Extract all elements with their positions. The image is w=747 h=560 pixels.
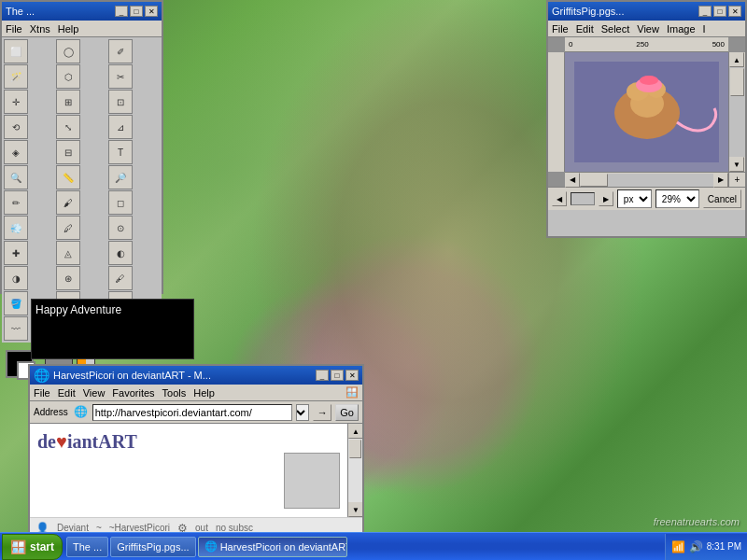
gimp-vscrollbar[interactable]: ▲ ▼ — [728, 52, 745, 172]
gimp-tool-curves[interactable]: 〰 — [4, 316, 28, 341]
ie-scroll-thumb[interactable] — [349, 440, 361, 458]
gimp-hscrollbar[interactable]: ◀ ▶ — [565, 172, 728, 187]
gimp-tool-rotate[interactable]: ⟲ — [4, 115, 28, 139]
gimp-canvas-area: 0 250 500 — [548, 37, 745, 187]
gimp-tool-select-rect[interactable]: ⬜ — [4, 39, 28, 63]
ruler-250: 250 — [636, 40, 648, 49]
svg-point-7 — [640, 76, 658, 85]
gimp-tool-eraser[interactable]: ◻ — [108, 190, 133, 215]
gimp-help-menu[interactable]: Help — [58, 23, 79, 35]
happy-adventure-text: Happy Adventure — [35, 303, 121, 316]
taskbar-gimp-label: The ... — [73, 541, 102, 553]
ie-help-menu[interactable]: Help — [193, 387, 215, 399]
vscroll-thumb[interactable] — [730, 68, 744, 96]
deviantart-logo-area: de♥iantART — [37, 431, 340, 453]
ie-favorites-menu[interactable]: Favorites — [112, 387, 154, 399]
gimp-file-menu[interactable]: File — [6, 23, 22, 35]
hscroll-thumb[interactable] — [580, 174, 608, 187]
gimp-tool-blur[interactable]: ◐ — [108, 241, 133, 265]
gimp-window-controls: _ □ ✕ — [115, 6, 158, 17]
gimp-tool-zoom[interactable]: 🔎 — [108, 165, 133, 189]
ie-window-controls: _ □ ✕ — [316, 370, 359, 381]
page-thumbnail — [284, 453, 340, 509]
gimp-zoom-select[interactable]: 29% — [655, 189, 699, 208]
gimp-second-close[interactable]: ✕ — [728, 6, 741, 17]
ie-edit-menu[interactable]: Edit — [58, 387, 76, 399]
ie-tools-menu[interactable]: Tools — [162, 387, 187, 399]
gimp-close-btn[interactable]: ✕ — [145, 6, 158, 17]
gimp-tools-grid: ⬜ ◯ ✐ 🪄 ⬡ ✂ ✛ ⊞ ⊡ ⟲ ⤡ ⊿ ◈ ⊟ T 🔍 📏 🔎 ✏ 🖌 … — [2, 37, 162, 343]
gimp-tool-flip[interactable]: ⊟ — [56, 140, 80, 164]
gimp2-view-menu[interactable]: View — [637, 23, 659, 35]
gimp2-edit-menu[interactable]: Edit — [576, 23, 594, 35]
vscroll-up-btn[interactable]: ▲ — [729, 52, 744, 67]
gimp-second-minimize[interactable]: _ — [698, 6, 712, 17]
ie-go-btn[interactable]: Go — [335, 404, 359, 421]
hscroll-right-btn[interactable]: ▶ — [713, 173, 728, 188]
gimp-xtns-menu[interactable]: Xtns — [30, 23, 50, 35]
gimp-tool-scissors[interactable]: ✂ — [108, 64, 133, 89]
gimp-tool-heal[interactable]: ✚ — [4, 241, 28, 265]
gimp-tool-text[interactable]: T — [108, 140, 133, 164]
gimp-second-maximize[interactable]: □ — [713, 6, 726, 17]
ie-scroll-down-btn[interactable]: ▼ — [348, 502, 362, 517]
gimp-tool-perspective-clone[interactable]: ◬ — [56, 241, 80, 265]
gimp-tool-scale[interactable]: ⤡ — [56, 115, 80, 139]
gimp-nav-left[interactable]: ◀ — [552, 191, 567, 206]
gimp-tool-clone[interactable]: ⊙ — [108, 216, 133, 240]
gimp-tool-move[interactable]: ✛ — [4, 90, 28, 114]
desktop: freenatruearts.com The ... _ □ ✕ File Xt… — [0, 0, 747, 560]
ie-minimize-btn[interactable]: _ — [316, 370, 329, 381]
gimp-tool-select-ellipse[interactable]: ◯ — [56, 39, 80, 63]
ie-go-arrow-btn[interactable]: → — [313, 404, 331, 421]
gimp-tool-measure[interactable]: 📏 — [56, 165, 80, 189]
gimp2-file-menu[interactable]: File — [552, 23, 569, 35]
gimp-tool-perspective[interactable]: ◈ — [4, 140, 28, 164]
ie-close-btn[interactable]: ✕ — [345, 370, 359, 381]
gimp-tool-select-free[interactable]: ✐ — [108, 39, 133, 63]
gimp-cancel-btn[interactable]: Cancel — [703, 189, 741, 208]
gimp-tool-fuzzy-select[interactable]: 🪄 — [4, 64, 28, 89]
gimp-tool-crop[interactable]: ⊡ — [108, 90, 133, 114]
gimp-maximize-btn[interactable]: □ — [130, 6, 143, 17]
gimp-nav-right[interactable]: ▶ — [599, 191, 613, 206]
gimp-tool-smudge[interactable]: ⊛ — [56, 266, 80, 290]
gimp-tool-paths[interactable]: 🖋 — [108, 266, 133, 290]
gimp-tool-pencil[interactable]: ✏ — [4, 190, 28, 215]
start-windows-icon: 🪟 — [10, 539, 26, 554]
ie-scroll-up-btn[interactable]: ▲ — [348, 424, 362, 439]
ie-windows-logo: 🪟 — [345, 386, 359, 399]
gimp-menubar: File Xtns Help — [2, 21, 162, 37]
hscroll-left-btn[interactable]: ◀ — [565, 173, 580, 188]
gimp2-extra-menu[interactable]: I — [703, 23, 706, 35]
start-button[interactable]: 🪟 start — [2, 534, 63, 560]
gimp-tool-dodge-burn[interactable]: ◑ — [4, 266, 28, 290]
gimp-unit-select[interactable]: px — [617, 189, 652, 208]
gimp-image-canvas[interactable] — [565, 52, 728, 172]
ie-file-menu[interactable]: File — [34, 387, 50, 399]
ie-view-menu[interactable]: View — [83, 387, 106, 399]
ie-address-toolbar: Address 🌐 http://harvestpicori.deviantar… — [30, 401, 362, 424]
ie-maximize-btn[interactable]: □ — [331, 370, 344, 381]
ie-address-dropdown[interactable] — [296, 404, 309, 421]
gimp-tool-ink[interactable]: 🖊 — [56, 216, 80, 240]
canvas-corner-btn[interactable]: + — [728, 172, 745, 187]
taskbar-item-ie[interactable]: 🌐 HarvestPicori on deviantART - M... — [198, 537, 347, 557]
vscroll-down-btn[interactable]: ▼ — [729, 157, 744, 172]
gimp2-select-menu[interactable]: Select — [601, 23, 630, 35]
ie-title-left: 🌐 HarvestPicori on deviantART - M... — [34, 368, 211, 383]
gimp2-image-menu[interactable]: Image — [667, 23, 696, 35]
taskbar-clock: 8:31 PM — [707, 541, 741, 552]
gimp-tool-color-picker[interactable]: 🔍 — [4, 165, 28, 189]
taskbar-item-griffitspig[interactable]: GriffitsPig.pgs... — [110, 537, 195, 557]
gimp-tool-shear[interactable]: ⊿ — [108, 115, 133, 139]
gimp-tool-paintbrush[interactable]: 🖌 — [56, 190, 80, 215]
gimp-minimize-btn[interactable]: _ — [115, 6, 128, 17]
gimp-tool-bucket-fill[interactable]: 🪣 — [4, 291, 28, 315]
taskbar-griffits-label: GriffitsPig.pgs... — [117, 541, 189, 553]
gimp-tool-airbrush[interactable]: 💨 — [4, 216, 28, 240]
ie-address-input[interactable]: http://harvestpicori.deviantart.com/ — [92, 404, 293, 421]
gimp-tool-align[interactable]: ⊞ — [56, 90, 80, 114]
taskbar-item-gimp[interactable]: The ... — [66, 537, 108, 557]
gimp-tool-select-by-color[interactable]: ⬡ — [56, 64, 80, 89]
